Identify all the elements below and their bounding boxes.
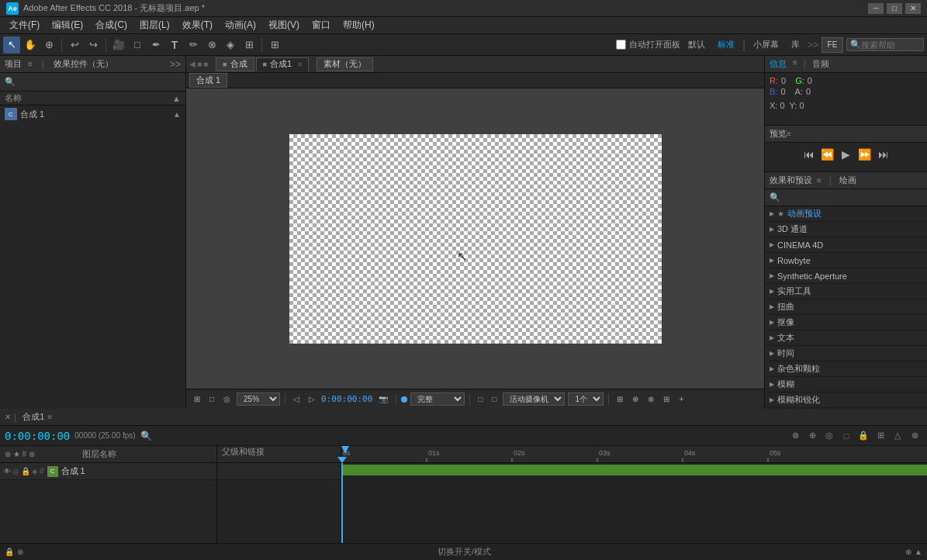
vb-camera-select[interactable]: 活动摄像机: [503, 392, 565, 406]
next-frame-btn[interactable]: ⏩: [858, 147, 872, 161]
vb-frame-btn[interactable]: ▷: [306, 394, 318, 404]
layer-vis-icon[interactable]: 👁: [3, 467, 11, 475]
effects-cat-utility[interactable]: ▶ 实用工具: [765, 284, 927, 299]
rect-tool[interactable]: □: [129, 36, 146, 54]
hand-tool[interactable]: ✋: [22, 36, 39, 54]
viewer-nav-icon1[interactable]: ■: [197, 60, 202, 68]
timeline-tab-label[interactable]: 合成1: [22, 411, 44, 423]
vb-transfer-btn[interactable]: ⊕: [629, 394, 642, 404]
minimize-button[interactable]: ─: [868, 3, 884, 14]
workspace-small[interactable]: 小屏幕: [749, 37, 783, 52]
vb-more-btn[interactable]: ⊞: [614, 394, 626, 404]
tl-prop-btn[interactable]: ⊗: [787, 428, 803, 444]
info-tab[interactable]: 信息: [770, 58, 787, 70]
workspace-default[interactable]: 默认: [683, 37, 710, 52]
tl-bottom-icon3[interactable]: ⊕: [905, 548, 911, 556]
vb-fit-btn[interactable]: ◁: [290, 394, 303, 404]
effects-cat-distort[interactable]: ▶ 扭曲: [765, 299, 927, 315]
tl-bottom-icon4[interactable]: ▲: [915, 548, 922, 556]
vb-extra-btn[interactable]: +: [676, 394, 687, 404]
tl-parent-btn[interactable]: ⊕: [804, 428, 820, 444]
project-tab[interactable]: 项目: [5, 58, 22, 70]
comp-subtab-active[interactable]: 合成 1: [189, 73, 227, 88]
layer-duration-bar[interactable]: [341, 465, 927, 475]
brush-tool[interactable]: ✏: [185, 36, 202, 54]
vb-zoom-select[interactable]: 25% 50% 100%: [237, 392, 280, 406]
text-tool[interactable]: T: [166, 36, 183, 54]
viewer-tab-composition[interactable]: ■ 合成: [216, 57, 254, 71]
switch-mode-label[interactable]: 切换开关/模式: [438, 546, 491, 558]
vb-grid-btn[interactable]: ⊞: [191, 394, 203, 404]
effects-menu-icon[interactable]: ≡: [817, 176, 822, 185]
search-input[interactable]: [861, 40, 923, 50]
maximize-button[interactable]: □: [887, 3, 902, 14]
grid-btn[interactable]: ⊞: [266, 36, 283, 54]
effects-cat-rowbyte[interactable]: ▶ Rowbyte: [765, 253, 927, 268]
viewer-tab-footage[interactable]: 素材（无）: [316, 57, 373, 71]
viewer-nav-prev[interactable]: ◀: [189, 60, 195, 68]
stamp-tool[interactable]: ⊗: [203, 36, 220, 54]
effects-cat-animation[interactable]: ▶ ★ 动画预设: [765, 206, 927, 222]
effects-control-tab[interactable]: 效果控件（无）: [54, 58, 113, 70]
zoom-tool[interactable]: ⊕: [40, 36, 57, 54]
layer-solo-icon[interactable]: ◎: [12, 467, 19, 475]
vb-display-btn[interactable]: □: [206, 394, 217, 404]
tl-solo-btn[interactable]: ◎: [822, 428, 837, 444]
vb-align-btn[interactable]: ⊞: [660, 394, 673, 404]
roto-tool[interactable]: ⊞: [240, 36, 258, 54]
effects-search-input[interactable]: [783, 193, 922, 202]
panel-expand-btn[interactable]: >>: [170, 59, 181, 70]
play-btn[interactable]: ▶: [839, 147, 853, 161]
layer-row[interactable]: 👁 ◎ 🔒 ◈ # C 合成 1: [0, 463, 216, 480]
close-button[interactable]: ✕: [905, 3, 921, 14]
effects-cat-keying[interactable]: ▶ 抠像: [765, 315, 927, 330]
menu-help[interactable]: 帮助(H): [337, 17, 381, 33]
project-item-comp1[interactable]: C 合成 1 ▲: [0, 105, 185, 123]
skip-last-btn[interactable]: ⏭: [877, 147, 891, 161]
skip-first-btn[interactable]: ⏮: [802, 147, 816, 161]
menu-effects[interactable]: 效果(T): [176, 17, 219, 33]
effects-cat-synthetic[interactable]: ▶ Synthetic Aperture: [765, 268, 927, 284]
menu-view[interactable]: 视图(V): [262, 17, 306, 33]
timeline-tab-menu[interactable]: ≡: [47, 413, 52, 421]
eraser-tool[interactable]: ◈: [222, 36, 239, 54]
redo-btn[interactable]: ↪: [85, 36, 102, 54]
audio-tab[interactable]: 音频: [812, 58, 829, 70]
tl-bottom-icon2[interactable]: ⊗: [17, 548, 23, 556]
prev-frame-btn[interactable]: ⏪: [821, 147, 835, 161]
preview-menu-icon[interactable]: ≡: [787, 130, 791, 138]
vb-timecode[interactable]: 0:00:00:00: [321, 394, 372, 404]
vb-crop-btn[interactable]: ⊗: [645, 394, 657, 404]
tl-null-btn[interactable]: ⊞: [873, 428, 888, 444]
effects-cat-blur[interactable]: ▶ 模糊和锐化: [765, 392, 927, 408]
effects-cat-time[interactable]: ▶ 时间: [765, 346, 927, 361]
viewer-nav-icon2[interactable]: ■: [203, 60, 208, 68]
menu-window[interactable]: 窗口: [306, 17, 337, 33]
menu-layer[interactable]: 图层(L): [133, 17, 176, 33]
info-menu-icon[interactable]: ≡: [793, 58, 797, 70]
vb-alpha-btn[interactable]: □: [489, 394, 500, 404]
selection-tool[interactable]: ↖: [3, 36, 20, 54]
vb-roi-btn[interactable]: □: [475, 394, 486, 404]
tl-adj-btn[interactable]: ⊗: [907, 428, 922, 444]
effects-cat-text[interactable]: ▶ 文本: [765, 330, 927, 346]
menu-animation[interactable]: 动画(A): [219, 17, 262, 33]
auto-open-checkbox[interactable]: [616, 40, 626, 50]
workspace-library[interactable]: 库: [787, 37, 804, 52]
tl-vis-btn[interactable]: □: [839, 428, 854, 444]
timeline-timecode[interactable]: 0:00:00:00: [5, 430, 70, 442]
vb-quality-select[interactable]: 完整 一半 四分之一: [410, 392, 465, 406]
vb-mask-btn[interactable]: ◎: [220, 394, 233, 404]
effects-cat-cinema4d[interactable]: ▶ CINEMA 4D: [765, 237, 927, 253]
tl-search-btn[interactable]: 🔍: [139, 428, 154, 444]
tl-shape-btn[interactable]: △: [890, 428, 905, 444]
playhead[interactable]: [341, 463, 343, 543]
workspace-standard[interactable]: 标准: [713, 37, 739, 52]
tl-lock-btn[interactable]: 🔒: [856, 428, 871, 444]
project-item-menu[interactable]: ▲: [173, 110, 181, 119]
project-search-input[interactable]: [16, 78, 181, 87]
menu-file[interactable]: 文件(F): [3, 17, 46, 33]
vb-view-count[interactable]: 1个 2个: [568, 392, 604, 406]
pen-tool[interactable]: ✒: [147, 36, 164, 54]
workspace-more[interactable]: >>: [808, 40, 818, 50]
